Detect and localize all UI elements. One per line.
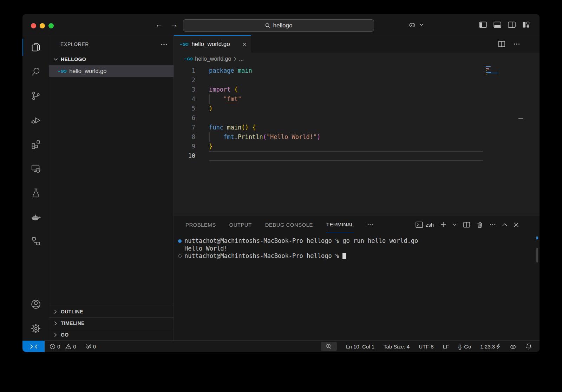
cursor-position[interactable]: Ln 10, Col 1 [346, 344, 374, 350]
file-row-selected[interactable]: GO hello_world.go [49, 65, 174, 77]
more-tabs-icon[interactable] [367, 224, 373, 226]
tab-debug-console[interactable]: DEBUG CONSOLE [265, 216, 313, 233]
activity-testing[interactable] [22, 180, 49, 205]
tab-output[interactable]: OUTPUT [229, 216, 252, 233]
sidebar-section-go[interactable]: GO [49, 329, 174, 340]
zoom-window-button[interactable] [48, 23, 54, 28]
tab-terminal[interactable]: TERMINAL [326, 216, 354, 233]
tab-problems[interactable]: PROBLEMS [185, 216, 216, 233]
more-actions-icon[interactable] [490, 224, 496, 226]
shell-label: zsh [426, 222, 434, 228]
chevron-down-icon[interactable] [419, 23, 424, 26]
minimap[interactable] [486, 66, 507, 76]
tab-hello-world-go[interactable]: GO hello_world.go × [174, 35, 251, 53]
code-line[interactable]: 1package main [174, 66, 540, 75]
section-label: OUTLINE [61, 309, 83, 314]
close-tab-icon[interactable]: × [242, 41, 247, 48]
toggle-secondary-sidebar-icon[interactable] [508, 21, 516, 28]
bell-icon[interactable] [526, 343, 532, 350]
chevron-right-icon [54, 333, 57, 337]
braces-icon: {} [458, 344, 462, 350]
tab-size[interactable]: Tab Size: 4 [384, 344, 410, 350]
more-actions-icon[interactable] [514, 43, 520, 45]
title-bar: ← → hellogo [22, 14, 540, 35]
hierarchy-icon [31, 236, 41, 246]
activity-accounts[interactable] [22, 292, 49, 316]
close-window-button[interactable] [31, 23, 36, 28]
ports-indicator[interactable]: 0 [85, 344, 96, 350]
terminal-output[interactable]: nuttachot@Machintoshs-MacBook-Pro hellog… [174, 233, 540, 260]
folder-row[interactable]: HELLOGO [49, 53, 174, 65]
toggle-panel-icon[interactable] [494, 21, 501, 28]
problems-indicator[interactable]: 0 0 [50, 344, 76, 350]
account-icon [30, 299, 41, 310]
toggle-primary-sidebar-icon[interactable] [479, 21, 487, 28]
forward-arrow-icon[interactable]: → [170, 20, 178, 29]
code-line[interactable]: 8 fmt.Println("Hello World!") [174, 132, 540, 142]
close-panel-icon[interactable] [514, 222, 518, 227]
code-line[interactable]: 6 [174, 113, 540, 123]
go-version: 1.23.3 [480, 344, 495, 350]
code-line[interactable]: 5) [174, 104, 540, 113]
breadcrumb-symbol[interactable]: ... [239, 56, 243, 62]
new-terminal-icon[interactable] [440, 222, 446, 227]
run-debug-icon [31, 115, 41, 125]
activity-run-debug[interactable] [22, 108, 49, 132]
remote-explorer-icon [31, 163, 41, 174]
shell-selector[interactable]: zsh [416, 221, 434, 228]
code-line[interactable]: 3import ( [174, 85, 540, 94]
maximize-panel-chevron-up-icon[interactable] [502, 223, 507, 226]
activity-containers[interactable] [22, 229, 49, 253]
language-indicator[interactable]: {} Go [458, 344, 471, 350]
breadcrumb[interactable]: GO hello_world.go ... [174, 53, 540, 65]
chevron-right-icon [234, 57, 236, 61]
code-line[interactable]: 7func main() { [174, 123, 540, 132]
chevron-down-icon[interactable] [453, 224, 457, 226]
sidebar-section-timeline[interactable]: TIMELINE [49, 317, 174, 329]
search-value: hellogo [273, 22, 293, 29]
customize-layout-icon[interactable] [522, 21, 530, 28]
go-file-icon: GO [58, 69, 66, 73]
sidebar-title: EXPLORER [60, 41, 89, 47]
explorer-files-icon [31, 42, 41, 53]
code-line[interactable]: 4 "fmt" [174, 94, 540, 104]
terminal-scrollbar[interactable] [536, 248, 538, 263]
split-terminal-icon[interactable] [463, 222, 470, 228]
code-line[interactable]: 10 [174, 151, 540, 161]
lightning-icon [496, 344, 500, 349]
warning-count: 0 [73, 344, 76, 350]
sidebar-section-outline[interactable]: OUTLINE [49, 306, 174, 317]
split-editor-icon[interactable] [498, 41, 505, 47]
activity-extensions[interactable] [22, 132, 49, 156]
activity-docker[interactable] [22, 205, 49, 229]
language-label: Go [464, 344, 471, 350]
breadcrumb-file[interactable]: hello_world.go [195, 56, 231, 62]
kill-terminal-trash-icon[interactable] [477, 221, 483, 228]
terminal-line: Hello World! [178, 245, 540, 253]
eol-indicator[interactable]: LF [443, 344, 449, 350]
terminal-cursor [342, 253, 346, 259]
activity-source-control[interactable] [22, 84, 49, 108]
code-line[interactable]: 9} [174, 142, 540, 151]
terminal-icon [416, 221, 423, 228]
back-arrow-icon[interactable]: ← [155, 20, 163, 29]
status-bar: 0 0 0 [22, 340, 540, 352]
activity-explorer[interactable] [22, 35, 49, 59]
explorer-sidebar: EXPLORER HELLOGO GO hello_world.go [49, 35, 174, 340]
minimize-window-button[interactable] [40, 23, 45, 28]
section-label: TIMELINE [61, 320, 85, 326]
code-line[interactable]: 2 [174, 75, 540, 85]
zoom-indicator[interactable] [321, 342, 337, 351]
activity-settings[interactable] [22, 316, 49, 340]
remote-indicator[interactable] [22, 341, 45, 352]
go-version-indicator[interactable]: 1.23.3 [480, 344, 500, 350]
command-center-search[interactable]: hellogo [183, 19, 374, 32]
code-editor[interactable]: 1package main23import (4 "fmt"5)67func m… [174, 65, 540, 216]
activity-remote-explorer[interactable] [22, 156, 49, 180]
editor-pane: GO hello_world.go × GO he [174, 35, 540, 340]
copilot-icon[interactable] [408, 21, 416, 29]
activity-search[interactable] [22, 59, 49, 84]
encoding[interactable]: UTF-8 [419, 344, 434, 350]
copilot-icon[interactable] [509, 343, 517, 350]
more-actions-icon[interactable] [161, 44, 167, 45]
